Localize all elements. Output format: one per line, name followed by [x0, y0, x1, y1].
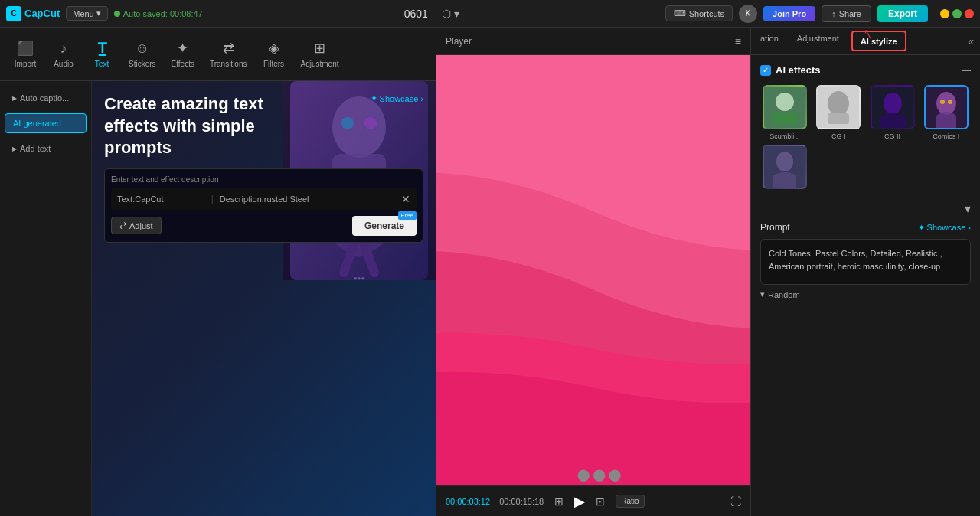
resolution-button[interactable]: ⬡ ▾ — [437, 6, 464, 21]
sidebar-add-text[interactable]: ▶ Add text — [5, 139, 87, 158]
fullscreen-icon[interactable]: ⛶ — [730, 495, 741, 508]
player-menu-icon[interactable]: ≡ — [735, 35, 741, 47]
text-input-area: Enter text and effect description Text:C… — [104, 168, 423, 243]
tool-transitions[interactable]: ⇄ Transitions — [202, 35, 255, 73]
logo-icon: C — [6, 6, 21, 21]
tool-stickers[interactable]: ☺ Stickers — [121, 36, 164, 73]
ratio-button[interactable]: Ratio — [616, 495, 644, 508]
comics1-label: Comics I — [933, 132, 959, 140]
avatar[interactable]: K — [739, 5, 757, 23]
svg-point-24 — [948, 100, 952, 104]
random-button[interactable]: ▾ Random — [760, 289, 971, 299]
menu-button[interactable]: Menu ▾ — [66, 6, 108, 21]
left-content: ▶ Auto captio... AI generated ▶ Add text — [0, 81, 436, 516]
main-layout: ⬛ Import ♪ Audio T̲ Text ☺ Stickers ✦ Ef… — [0, 28, 980, 516]
effects-label: Effects — [172, 60, 194, 68]
auto-saved-indicator: Auto saved: 00:08:47 — [114, 9, 203, 18]
effect-item5[interactable] — [760, 145, 809, 192]
minimize-button[interactable] — [940, 9, 949, 18]
effect-comics1[interactable]: Comics I — [922, 85, 971, 140]
top-icons: ⌨ Shortcuts K Join Pro ↑ Share Export — [665, 5, 928, 23]
adjust-icon: ⇄ — [119, 220, 126, 230]
arrow-right-icon-2: › — [968, 223, 971, 232]
maximize-button[interactable] — [952, 9, 962, 18]
ai-effects-collapse-icon[interactable]: — — [962, 65, 971, 76]
clear-icon[interactable]: ✕ — [401, 193, 410, 205]
adjust-button[interactable]: ⇄ Adjust — [111, 217, 162, 234]
comics1-img — [926, 87, 967, 128]
more-arrow-button[interactable]: ▾ — [760, 201, 971, 216]
right-content: ✓ AI effects — — [751, 55, 980, 516]
prompt-text-area[interactable]: Cold Tones, Pastel Colors, Detailed, Rea… — [760, 239, 971, 285]
showcase-link[interactable]: ✦ Showcase › — [371, 93, 423, 103]
join-pro-button[interactable]: Join Pro — [763, 6, 815, 21]
window-controls — [940, 9, 974, 18]
random-icon: ▾ — [760, 289, 765, 299]
prompt-showcase-link[interactable]: ✦ Showcase › — [918, 223, 971, 233]
share-button[interactable]: ↑ Share — [822, 5, 871, 22]
screenshot-icon[interactable]: ⊡ — [594, 494, 606, 509]
item5-img — [764, 146, 805, 188]
effect-cg1[interactable]: CG I — [814, 85, 863, 140]
cg1-label: CG I — [831, 132, 846, 140]
shortcuts-button[interactable]: ⌨ Shortcuts — [665, 5, 733, 21]
sidebar-auto-caption[interactable]: ▶ Auto captio... — [5, 89, 87, 107]
tool-text[interactable]: T̲ Text — [83, 35, 121, 73]
effect-cg2[interactable]: CG II — [868, 85, 917, 140]
tool-filters[interactable]: ◈ Filters — [255, 35, 293, 73]
transitions-label: Transitions — [210, 60, 247, 68]
prompt-header: Prompt ✦ Showcase › — [760, 222, 971, 233]
close-button[interactable] — [965, 9, 974, 18]
ai-effects-checkbox[interactable]: ✓ — [760, 65, 771, 76]
scumbling-thumb — [763, 85, 807, 129]
svg-point-1 — [332, 96, 386, 158]
free-badge: Free — [398, 211, 416, 220]
tool-effects[interactable]: ✦ Effects — [164, 35, 202, 73]
prompt-showcase-label: Showcase — [927, 223, 966, 232]
cg2-svg — [872, 87, 913, 128]
shortcuts-label: Shortcuts — [689, 9, 724, 18]
svg-point-10 — [578, 470, 590, 482]
transitions-icon: ⇄ — [223, 40, 234, 57]
top-center: 0601 ⬡ ▾ — [209, 6, 659, 21]
sidebar-ai-generated[interactable]: AI generated — [5, 113, 87, 133]
app-name: CapCut — [24, 8, 60, 19]
text-divider: | — [211, 194, 214, 204]
svg-point-12 — [609, 470, 620, 482]
effect-scumbling[interactable]: Scumbli... — [760, 85, 809, 140]
player-header: Player ≡ — [436, 28, 750, 55]
desc-field[interactable]: Description:rusted Steel — [220, 194, 395, 204]
time-total: 00:00:15:18 — [499, 497, 544, 506]
stickers-icon: ☺ — [136, 41, 149, 57]
player-panel: Player ≡ 00:00:03 — [436, 28, 750, 516]
cg2-label: CG II — [884, 132, 900, 140]
tool-adjustment[interactable]: ⊞ Adjustment — [293, 35, 347, 73]
collapse-panel-button[interactable]: « — [962, 28, 980, 54]
text-field[interactable]: Text:CapCut — [117, 194, 205, 204]
export-button[interactable]: Export — [877, 5, 928, 22]
svg-text:●●●: ●●● — [354, 275, 365, 280]
svg-point-17 — [828, 91, 849, 116]
auto-saved-text: Auto saved: 00:08:47 — [123, 9, 203, 18]
adjustment-icon: ⊞ — [314, 40, 325, 57]
input-label: Enter text and effect description — [111, 175, 416, 184]
animation-tab-label: ation — [760, 34, 779, 43]
tool-import[interactable]: ⬛ Import — [6, 35, 44, 73]
showcase-label: Showcase — [380, 94, 419, 103]
cg1-img — [818, 87, 859, 128]
player-canvas — [436, 55, 750, 485]
ai-stylize-tab[interactable]: AI stylize — [851, 31, 906, 51]
play-button[interactable]: ▶ — [574, 493, 585, 510]
ai-stylize-label: AI stylize — [861, 37, 897, 46]
svg-point-4 — [364, 117, 377, 129]
right-panel: ation Adjustment AI stylize ↑ « ✓ AI eff… — [750, 28, 980, 516]
grid-view-icon[interactable]: ⊞ — [553, 494, 565, 509]
tab-animation[interactable]: ation — [751, 28, 788, 54]
import-icon: ⬛ — [17, 40, 34, 57]
tab-adjustment[interactable]: Adjustment — [788, 28, 848, 54]
filters-icon: ◈ — [269, 40, 279, 57]
scumbling-svg — [764, 87, 805, 128]
tool-audio[interactable]: ♪ Audio — [44, 36, 83, 73]
adjustment-label: Adjustment — [301, 60, 339, 68]
random-label: Random — [768, 290, 800, 299]
